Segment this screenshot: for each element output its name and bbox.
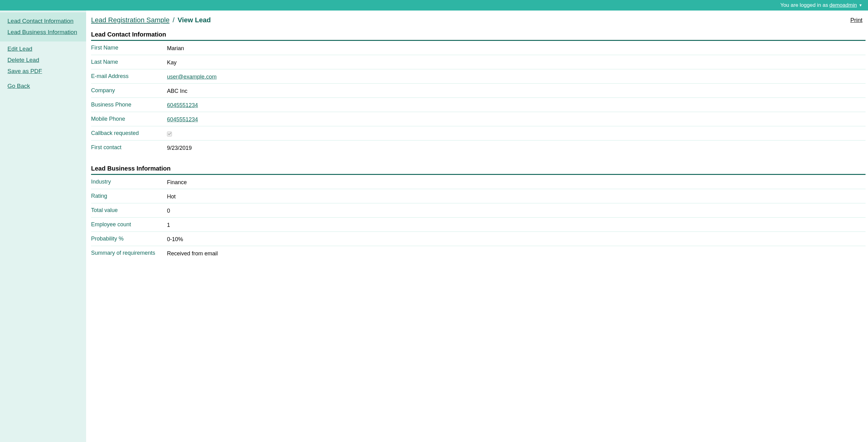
field-value: 6045551234	[167, 115, 866, 123]
field-row-probability: Probability % 0-10%	[91, 232, 866, 246]
field-value: Received from email	[167, 249, 866, 257]
sidebar-link-go-back[interactable]: Go Back	[0, 80, 86, 92]
section-title-business: Lead Business Information	[91, 165, 866, 175]
field-value: Finance	[167, 178, 866, 186]
sidebar-link-edit-lead[interactable]: Edit Lead	[0, 43, 86, 55]
breadcrumb-parent-link[interactable]: Lead Registration Sample	[91, 16, 169, 24]
field-label: Last Name	[91, 58, 167, 65]
email-link[interactable]: user@example.com	[167, 74, 217, 80]
sidebar-actions-group-2: Go Back	[0, 79, 86, 94]
field-row-summary: Summary of requirements Received from em…	[91, 246, 866, 260]
field-label: Total value	[91, 206, 167, 213]
field-row-industry: Industry Finance	[91, 175, 866, 189]
callback-checkbox-disabled	[167, 132, 172, 136]
field-label: Mobile Phone	[91, 115, 167, 122]
field-row-first-name: First Name Marian	[91, 41, 866, 55]
top-bar: You are logged in as demoadmin ▼	[0, 0, 868, 10]
field-value: 6045551234	[167, 101, 866, 109]
sidebar-actions-group-1: Edit Lead Delete Lead Save as PDF	[0, 41, 86, 79]
field-row-callback: Callback requested	[91, 126, 866, 140]
sidebar: Lead Contact Information Lead Business I…	[0, 10, 86, 442]
field-value: ABC Inc	[167, 87, 866, 94]
field-row-first-contact: First contact 9/23/2019	[91, 140, 866, 158]
field-value: Marian	[167, 44, 866, 52]
breadcrumb-current: View Lead	[178, 16, 211, 24]
field-row-email: E-mail Address user@example.com	[91, 69, 866, 83]
field-value: Hot	[167, 192, 866, 200]
business-phone-link[interactable]: 6045551234	[167, 102, 198, 108]
field-label: Rating	[91, 192, 167, 199]
field-row-company: Company ABC Inc	[91, 83, 866, 98]
field-label: Callback requested	[91, 129, 167, 136]
field-value: 1	[167, 221, 866, 229]
breadcrumb-row: Lead Registration Sample / View Lead Pri…	[91, 16, 866, 28]
chevron-down-icon: ▼	[859, 3, 862, 7]
field-label: First contact	[91, 144, 167, 151]
mobile-phone-link[interactable]: 6045551234	[167, 116, 198, 123]
field-row-mobile-phone: Mobile Phone 6045551234	[91, 112, 866, 126]
field-value: 9/23/2019	[167, 144, 866, 151]
field-label: Business Phone	[91, 101, 167, 108]
check-icon	[168, 132, 171, 136]
sidebar-link-save-as-pdf[interactable]: Save as PDF	[0, 66, 86, 77]
breadcrumb: Lead Registration Sample / View Lead	[91, 16, 211, 24]
field-value: Kay	[167, 58, 866, 66]
print-link[interactable]: Print	[850, 17, 862, 24]
field-label: Company	[91, 87, 167, 94]
breadcrumb-separator: /	[173, 16, 175, 24]
field-label: E-mail Address	[91, 72, 167, 79]
field-value: 0-10%	[167, 235, 866, 243]
logged-in-user[interactable]: You are logged in as demoadmin ▼	[780, 2, 862, 8]
field-row-total-value: Total value 0	[91, 203, 866, 217]
field-value: user@example.com	[167, 72, 866, 80]
field-label: Industry	[91, 178, 167, 185]
field-label: Employee count	[91, 221, 167, 228]
section-title-contact: Lead Contact Information	[91, 31, 866, 41]
sidebar-link-lead-contact-info[interactable]: Lead Contact Information	[0, 15, 86, 27]
field-row-employee-count: Employee count 1	[91, 217, 866, 232]
main-content: Lead Registration Sample / View Lead Pri…	[86, 10, 868, 442]
field-label: Summary of requirements	[91, 249, 167, 256]
sidebar-link-delete-lead[interactable]: Delete Lead	[0, 55, 86, 66]
field-value	[167, 129, 866, 137]
logged-in-prefix: You are logged in as	[780, 2, 828, 8]
sidebar-section-links: Lead Contact Information Lead Business I…	[0, 12, 86, 41]
user-name: demoadmin	[829, 2, 857, 8]
field-label: Probability %	[91, 235, 167, 242]
sidebar-link-lead-business-info[interactable]: Lead Business Information	[0, 27, 86, 38]
field-row-rating: Rating Hot	[91, 189, 866, 203]
field-label: First Name	[91, 44, 167, 51]
field-value: 0	[167, 206, 866, 214]
field-row-business-phone: Business Phone 6045551234	[91, 98, 866, 112]
field-row-last-name: Last Name Kay	[91, 55, 866, 69]
